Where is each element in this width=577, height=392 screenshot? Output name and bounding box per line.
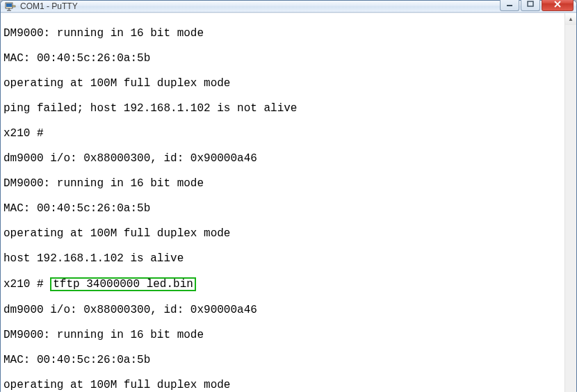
- chevron-up-icon: ▲: [568, 16, 574, 22]
- prompt: x210 #: [3, 278, 50, 291]
- terminal-line: x210 #: [3, 127, 563, 140]
- window-controls: [498, 0, 574, 11]
- terminal-output[interactable]: DM9000: running in 16 bit mode MAC: 00:4…: [1, 13, 564, 392]
- terminal-line: dm9000 i/o: 0x88000300, id: 0x90000a46: [3, 152, 563, 165]
- terminal-line: DM9000: running in 16 bit mode: [3, 329, 563, 341]
- terminal-line: DM9000: running in 16 bit mode: [3, 27, 563, 40]
- terminal-line: operating at 100M full duplex mode: [3, 77, 563, 90]
- maximize-icon: [527, 1, 534, 8]
- maximize-button[interactable]: [521, 0, 540, 11]
- client-area: DM9000: running in 16 bit mode MAC: 00:4…: [1, 13, 576, 392]
- minimize-icon: [506, 1, 513, 8]
- terminal-line: x210 # tftp 34000000 led.bin: [3, 277, 563, 291]
- terminal-line: host 192.168.1.102 is alive: [3, 252, 563, 265]
- scroll-track[interactable]: [565, 25, 576, 392]
- terminal-line: MAC: 00:40:5c:26:0a:5b: [3, 202, 563, 215]
- terminal-line: ping failed; host 192.168.1.102 is not a…: [3, 102, 563, 115]
- putty-window: COM1 - PuTTY DM9000: running in 16 bit m…: [0, 0, 577, 392]
- terminal-line: dm9000 i/o: 0x88000300, id: 0x90000a46: [3, 304, 563, 316]
- window-title: COM1 - PuTTY: [20, 1, 498, 11]
- svg-rect-6: [528, 1, 533, 6]
- putty-icon: [5, 1, 16, 12]
- terminal-line: operating at 100M full duplex mode: [3, 227, 563, 240]
- terminal-line: DM9000: running in 16 bit mode: [3, 177, 563, 190]
- terminal-line: operating at 100M full duplex mode: [3, 379, 563, 391]
- scroll-up-button[interactable]: ▲: [565, 13, 576, 25]
- svg-rect-2: [13, 6, 15, 7]
- svg-rect-1: [6, 3, 12, 7]
- close-button[interactable]: [542, 0, 574, 11]
- close-icon: [553, 0, 562, 8]
- highlighted-command-tftp: tftp 34000000 led.bin: [50, 277, 196, 291]
- titlebar[interactable]: COM1 - PuTTY: [1, 1, 576, 13]
- terminal-line: MAC: 00:40:5c:26:0a:5b: [3, 52, 563, 65]
- minimize-button[interactable]: [500, 0, 519, 11]
- terminal-line: MAC: 00:40:5c:26:0a:5b: [3, 354, 563, 366]
- vertical-scrollbar[interactable]: ▲ ▼: [564, 13, 576, 392]
